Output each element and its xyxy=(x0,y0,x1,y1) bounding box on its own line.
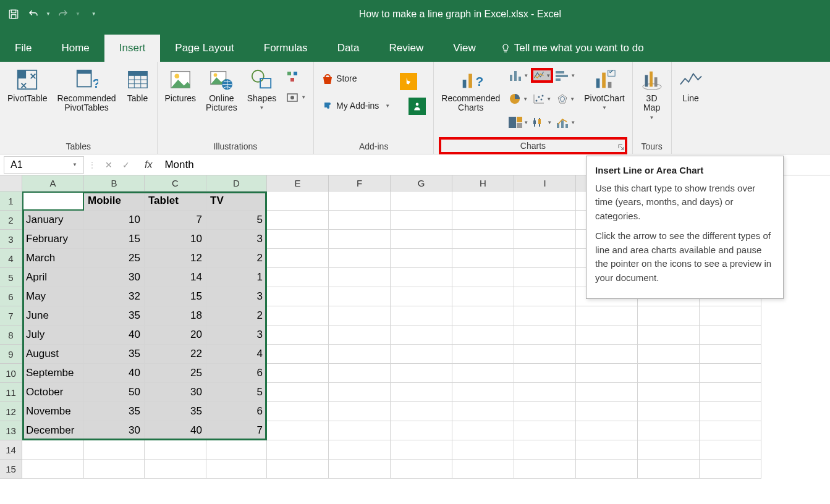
row-header[interactable]: 13 xyxy=(0,421,22,440)
cell[interactable]: May xyxy=(22,287,84,306)
pictures-button[interactable]: Pictures xyxy=(163,65,199,106)
cell[interactable]: 35 xyxy=(84,402,145,421)
pie-chart-button[interactable]: ▼ xyxy=(507,91,530,106)
combo-chart-button[interactable]: ▼ xyxy=(554,115,577,130)
row-header[interactable]: 4 xyxy=(0,249,22,268)
cell[interactable]: 20 xyxy=(145,326,206,345)
tell-me-search[interactable]: Tell me what you want to do xyxy=(491,35,654,62)
smartart-button[interactable] xyxy=(284,68,308,85)
cell[interactable]: 35 xyxy=(84,306,145,326)
3d-map-button[interactable]: 3D Map ▼ xyxy=(638,65,666,124)
tab-home[interactable]: Home xyxy=(46,35,104,62)
cell[interactable]: 15 xyxy=(145,287,206,306)
row-header[interactable]: 11 xyxy=(0,383,22,402)
col-header[interactable]: H xyxy=(452,175,514,191)
cell[interactable]: August xyxy=(22,345,84,364)
undo-icon[interactable] xyxy=(26,7,41,22)
select-all-corner[interactable] xyxy=(0,175,22,191)
col-header[interactable]: C xyxy=(145,175,206,191)
row-header[interactable]: 15 xyxy=(0,460,22,479)
cell[interactable]: 50 xyxy=(84,383,145,402)
row-header[interactable]: 5 xyxy=(0,268,22,287)
cell[interactable]: 22 xyxy=(145,345,206,364)
cell[interactable]: January xyxy=(22,211,84,230)
enter-formula-icon[interactable]: ✓ xyxy=(122,160,130,170)
row-header[interactable]: 8 xyxy=(0,326,22,345)
stock-chart-button[interactable]: ▼ xyxy=(531,115,553,130)
cell[interactable]: Month xyxy=(22,191,84,211)
cell[interactable]: Tablet xyxy=(145,191,206,211)
save-icon[interactable] xyxy=(6,7,21,22)
cell[interactable]: 30 xyxy=(84,421,145,440)
redo-icon[interactable] xyxy=(56,7,70,22)
cell[interactable]: 15 xyxy=(84,230,145,249)
row-header[interactable]: 14 xyxy=(0,440,22,460)
cell[interactable]: April xyxy=(22,268,84,287)
tab-file[interactable]: File xyxy=(0,35,46,62)
cell[interactable]: Septembe xyxy=(22,364,84,383)
pivottable-button[interactable]: PivotTable xyxy=(5,65,50,106)
row-header[interactable]: 9 xyxy=(0,345,22,364)
row-header[interactable]: 7 xyxy=(0,306,22,326)
cell[interactable]: February xyxy=(22,230,84,249)
cell[interactable]: 18 xyxy=(145,306,206,326)
cell[interactable]: 32 xyxy=(84,287,145,306)
cancel-formula-icon[interactable]: ✕ xyxy=(105,160,112,170)
col-header[interactable]: E xyxy=(267,175,329,191)
row-header[interactable]: 3 xyxy=(0,230,22,249)
col-header[interactable]: B xyxy=(84,175,145,191)
col-header[interactable]: G xyxy=(391,175,452,191)
cell[interactable]: Novembe xyxy=(22,402,84,421)
table-button[interactable]: Table xyxy=(124,65,152,106)
cell[interactable]: 35 xyxy=(145,402,206,421)
row-header[interactable]: 10 xyxy=(0,364,22,383)
row-header[interactable]: 2 xyxy=(0,211,22,230)
cell[interactable]: 10 xyxy=(84,211,145,230)
cell[interactable]: 10 xyxy=(145,230,206,249)
cell[interactable]: 7 xyxy=(206,421,267,440)
tab-view[interactable]: View xyxy=(438,35,491,62)
cell[interactable]: 7 xyxy=(145,211,206,230)
row-header[interactable]: 1 xyxy=(0,191,22,211)
cell[interactable]: 30 xyxy=(145,383,206,402)
cell[interactable]: 1 xyxy=(206,268,267,287)
chevron-down-icon[interactable]: ▼ xyxy=(72,162,77,167)
cell[interactable]: 2 xyxy=(206,249,267,268)
cell[interactable]: June xyxy=(22,306,84,326)
cell[interactable]: 25 xyxy=(145,364,206,383)
cell[interactable]: 3 xyxy=(206,287,267,306)
cell[interactable]: 25 xyxy=(84,249,145,268)
bar-chart-button[interactable]: ▼ xyxy=(554,68,577,83)
cell[interactable]: October xyxy=(22,383,84,402)
sparkline-line-button[interactable]: Line xyxy=(677,65,705,106)
name-box[interactable]: A1 ▼ xyxy=(4,156,84,174)
store-button[interactable]: Store xyxy=(319,70,392,88)
column-chart-button[interactable]: ▼ xyxy=(507,68,530,83)
cell[interactable]: 40 xyxy=(145,421,206,440)
tab-page-layout[interactable]: Page Layout xyxy=(160,35,248,62)
cell[interactable]: 40 xyxy=(84,326,145,345)
col-header[interactable]: D xyxy=(206,175,267,191)
tab-insert[interactable]: Insert xyxy=(104,35,161,62)
cell[interactable]: 3 xyxy=(206,326,267,345)
recommended-charts-button[interactable]: ? Recommended Charts xyxy=(439,65,502,116)
tab-review[interactable]: Review xyxy=(375,35,439,62)
line-chart-button[interactable]: ▼ xyxy=(531,68,553,83)
cell[interactable]: 40 xyxy=(84,364,145,383)
cell[interactable]: 6 xyxy=(206,364,267,383)
cell[interactable]: 12 xyxy=(145,249,206,268)
row-header[interactable]: 12 xyxy=(0,402,22,421)
radar-chart-button[interactable]: ▼ xyxy=(554,91,577,106)
online-pictures-button[interactable]: Online Pictures xyxy=(203,65,240,116)
cell[interactable]: 2 xyxy=(206,306,267,326)
pivotchart-button[interactable]: PivotChart ▼ xyxy=(582,65,627,114)
fx-icon[interactable]: fx xyxy=(138,159,158,170)
treemap-chart-button[interactable]: ▼ xyxy=(507,115,530,130)
cell[interactable]: 30 xyxy=(84,268,145,287)
people-graph-addin[interactable] xyxy=(406,95,428,117)
shapes-button[interactable]: Shapes ▼ xyxy=(245,65,279,114)
tab-data[interactable]: Data xyxy=(323,35,375,62)
cell[interactable]: 35 xyxy=(84,345,145,364)
bing-maps-addin[interactable] xyxy=(397,70,420,93)
recommended-pivottables-button[interactable]: ? Recommended PivotTables xyxy=(55,65,119,116)
